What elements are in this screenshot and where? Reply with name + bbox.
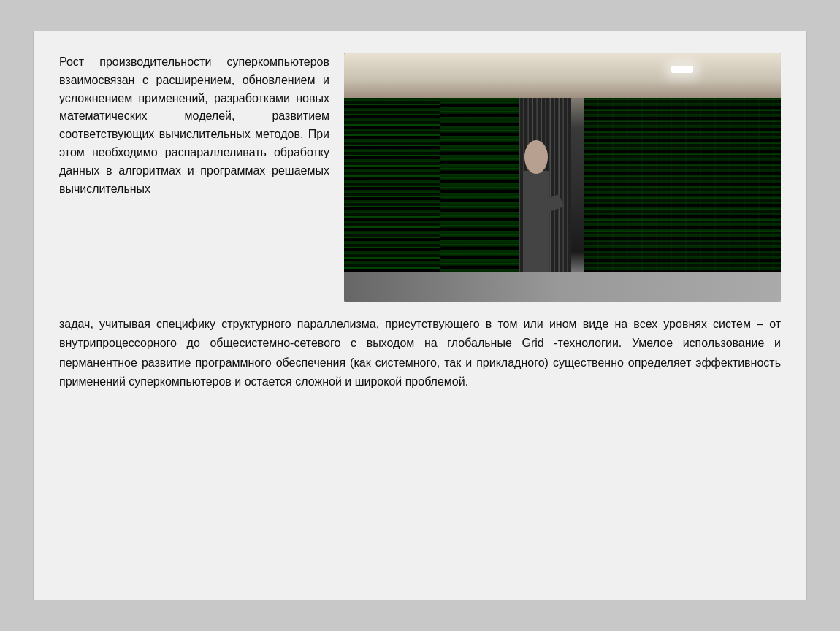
ceiling-light — [671, 66, 693, 73]
slide-container: Рост производительности суперкомпьютеров… — [33, 31, 807, 600]
ceiling — [344, 53, 781, 98]
person-body — [523, 171, 549, 272]
rack-left-2-lights — [440, 98, 519, 272]
technician-area — [510, 103, 562, 272]
floor-overlay — [344, 272, 781, 302]
content-area: Рост производительности суперкомпьютеров… — [59, 53, 781, 392]
bottom-paragraph: задач, учитывая специфику структурного п… — [59, 315, 781, 392]
person-head — [524, 140, 548, 174]
datacenter-image — [344, 53, 781, 302]
top-section: Рост производительности суперкомпьютеров… — [59, 53, 781, 302]
bottom-paragraph-text: задач, учитывая специфику структурного п… — [59, 318, 781, 388]
rack-left-1-lights — [344, 98, 440, 272]
rack-left-2 — [440, 98, 519, 272]
rack-right-vertical-lines — [584, 98, 781, 272]
top-left-text: Рост производительности суперкомпьютеров… — [59, 53, 344, 302]
top-paragraph-text: Рост производительности суперкомпьютеров… — [59, 56, 329, 195]
rack-left-1 — [344, 98, 440, 272]
rack-right — [584, 98, 781, 272]
